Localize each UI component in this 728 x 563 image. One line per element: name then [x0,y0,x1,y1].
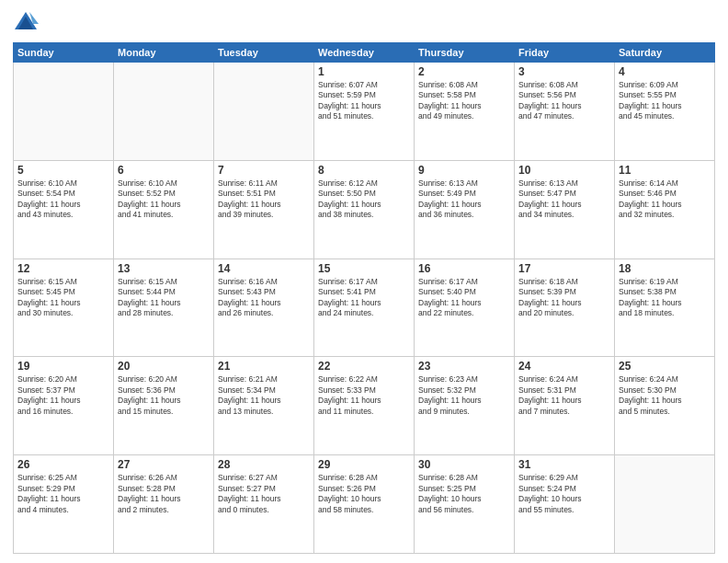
logo [13,9,42,35]
day-number: 15 [318,262,410,275]
calendar-day-2: 2Sunrise: 6:08 AM Sunset: 5:58 PM Daylig… [415,63,515,161]
day-info: Sunrise: 6:29 AM Sunset: 5:24 PM Dayligh… [518,473,610,515]
logo-icon [13,9,39,35]
calendar-day-14: 14Sunrise: 6:16 AM Sunset: 5:43 PM Dayli… [214,259,314,357]
col-header-monday: Monday [114,43,214,63]
day-info: Sunrise: 6:20 AM Sunset: 5:37 PM Dayligh… [17,374,109,417]
day-number: 22 [318,360,410,373]
calendar-day-21: 21Sunrise: 6:21 AM Sunset: 5:34 PM Dayli… [214,357,314,455]
day-info: Sunrise: 6:10 AM Sunset: 5:52 PM Dayligh… [118,178,210,221]
day-number: 5 [17,164,109,177]
day-info: Sunrise: 6:08 AM Sunset: 5:58 PM Dayligh… [418,80,510,122]
calendar-day-19: 19Sunrise: 6:20 AM Sunset: 5:37 PM Dayli… [14,357,114,455]
day-number: 27 [118,458,210,471]
calendar-day-10: 10Sunrise: 6:13 AM Sunset: 5:47 PM Dayli… [515,160,615,259]
day-info: Sunrise: 6:28 AM Sunset: 5:26 PM Dayligh… [318,473,410,515]
calendar-day-23: 23Sunrise: 6:23 AM Sunset: 5:32 PM Dayli… [415,357,515,455]
calendar-day-13: 13Sunrise: 6:15 AM Sunset: 5:44 PM Dayli… [114,259,214,357]
day-number: 6 [118,164,210,177]
day-info: Sunrise: 6:27 AM Sunset: 5:27 PM Dayligh… [218,473,310,515]
col-header-sunday: Sunday [14,43,114,63]
day-number: 13 [118,262,210,275]
day-number: 11 [619,164,711,177]
empty-day [615,455,715,554]
calendar-day-18: 18Sunrise: 6:19 AM Sunset: 5:38 PM Dayli… [615,259,715,357]
calendar-day-15: 15Sunrise: 6:17 AM Sunset: 5:41 PM Dayli… [314,259,415,357]
calendar-day-12: 12Sunrise: 6:15 AM Sunset: 5:45 PM Dayli… [14,259,114,357]
calendar-day-1: 1Sunrise: 6:07 AM Sunset: 5:59 PM Daylig… [314,63,415,161]
calendar-day-22: 22Sunrise: 6:22 AM Sunset: 5:33 PM Dayli… [314,357,415,455]
calendar-table: SundayMondayTuesdayWednesdayThursdayFrid… [13,42,715,554]
day-info: Sunrise: 6:14 AM Sunset: 5:46 PM Dayligh… [619,178,711,221]
day-number: 16 [418,262,510,275]
col-header-friday: Friday [515,43,615,63]
calendar-week-row: 19Sunrise: 6:20 AM Sunset: 5:37 PM Dayli… [14,357,715,455]
day-number: 8 [318,164,410,177]
day-info: Sunrise: 6:19 AM Sunset: 5:38 PM Dayligh… [619,277,711,319]
day-info: Sunrise: 6:13 AM Sunset: 5:49 PM Dayligh… [418,178,510,221]
page: SundayMondayTuesdayWednesdayThursdayFrid… [0,0,728,563]
calendar-header-row: SundayMondayTuesdayWednesdayThursdayFrid… [14,43,715,63]
day-number: 29 [318,458,410,471]
day-number: 4 [619,65,711,78]
day-info: Sunrise: 6:16 AM Sunset: 5:43 PM Dayligh… [218,277,310,319]
col-header-wednesday: Wednesday [314,43,415,63]
day-info: Sunrise: 6:17 AM Sunset: 5:40 PM Dayligh… [418,277,510,319]
calendar-day-3: 3Sunrise: 6:08 AM Sunset: 5:56 PM Daylig… [515,63,615,161]
calendar-day-28: 28Sunrise: 6:27 AM Sunset: 5:27 PM Dayli… [214,455,314,554]
day-number: 1 [318,65,410,78]
calendar-day-17: 17Sunrise: 6:18 AM Sunset: 5:39 PM Dayli… [515,259,615,357]
day-info: Sunrise: 6:07 AM Sunset: 5:59 PM Dayligh… [318,80,410,122]
day-info: Sunrise: 6:23 AM Sunset: 5:32 PM Dayligh… [418,374,510,417]
calendar-day-29: 29Sunrise: 6:28 AM Sunset: 5:26 PM Dayli… [314,455,415,554]
day-number: 24 [518,360,610,373]
calendar-week-row: 5Sunrise: 6:10 AM Sunset: 5:54 PM Daylig… [14,160,715,259]
calendar-day-7: 7Sunrise: 6:11 AM Sunset: 5:51 PM Daylig… [214,160,314,259]
day-number: 21 [218,360,310,373]
day-number: 31 [518,458,610,471]
day-info: Sunrise: 6:15 AM Sunset: 5:45 PM Dayligh… [17,277,109,319]
day-info: Sunrise: 6:25 AM Sunset: 5:29 PM Dayligh… [17,473,109,515]
day-number: 12 [17,262,109,275]
calendar-day-11: 11Sunrise: 6:14 AM Sunset: 5:46 PM Dayli… [615,160,715,259]
header [13,9,715,35]
day-number: 2 [418,65,510,78]
day-number: 7 [218,164,310,177]
empty-day [214,63,314,161]
day-number: 25 [619,360,711,373]
day-info: Sunrise: 6:21 AM Sunset: 5:34 PM Dayligh… [218,374,310,417]
day-info: Sunrise: 6:17 AM Sunset: 5:41 PM Dayligh… [318,277,410,319]
day-info: Sunrise: 6:24 AM Sunset: 5:30 PM Dayligh… [619,374,711,417]
day-number: 28 [218,458,310,471]
day-info: Sunrise: 6:18 AM Sunset: 5:39 PM Dayligh… [518,277,610,319]
empty-day [114,63,214,161]
day-number: 20 [118,360,210,373]
calendar-week-row: 12Sunrise: 6:15 AM Sunset: 5:45 PM Dayli… [14,259,715,357]
day-number: 14 [218,262,310,275]
calendar-day-30: 30Sunrise: 6:28 AM Sunset: 5:25 PM Dayli… [415,455,515,554]
day-number: 26 [17,458,109,471]
day-info: Sunrise: 6:08 AM Sunset: 5:56 PM Dayligh… [518,80,610,122]
empty-day [14,63,114,161]
day-number: 3 [518,65,610,78]
day-info: Sunrise: 6:24 AM Sunset: 5:31 PM Dayligh… [518,374,610,417]
calendar-day-31: 31Sunrise: 6:29 AM Sunset: 5:24 PM Dayli… [515,455,615,554]
day-number: 30 [418,458,510,471]
day-info: Sunrise: 6:22 AM Sunset: 5:33 PM Dayligh… [318,374,410,417]
day-info: Sunrise: 6:09 AM Sunset: 5:55 PM Dayligh… [619,80,711,122]
day-info: Sunrise: 6:13 AM Sunset: 5:47 PM Dayligh… [518,178,610,221]
day-info: Sunrise: 6:10 AM Sunset: 5:54 PM Dayligh… [17,178,109,221]
calendar-day-20: 20Sunrise: 6:20 AM Sunset: 5:36 PM Dayli… [114,357,214,455]
col-header-thursday: Thursday [415,43,515,63]
calendar-day-24: 24Sunrise: 6:24 AM Sunset: 5:31 PM Dayli… [515,357,615,455]
calendar-day-26: 26Sunrise: 6:25 AM Sunset: 5:29 PM Dayli… [14,455,114,554]
day-number: 23 [418,360,510,373]
calendar-day-5: 5Sunrise: 6:10 AM Sunset: 5:54 PM Daylig… [14,160,114,259]
day-number: 17 [518,262,610,275]
day-info: Sunrise: 6:26 AM Sunset: 5:28 PM Dayligh… [118,473,210,515]
day-number: 19 [17,360,109,373]
calendar-week-row: 26Sunrise: 6:25 AM Sunset: 5:29 PM Dayli… [14,455,715,554]
calendar-day-6: 6Sunrise: 6:10 AM Sunset: 5:52 PM Daylig… [114,160,214,259]
calendar-day-25: 25Sunrise: 6:24 AM Sunset: 5:30 PM Dayli… [615,357,715,455]
day-number: 9 [418,164,510,177]
